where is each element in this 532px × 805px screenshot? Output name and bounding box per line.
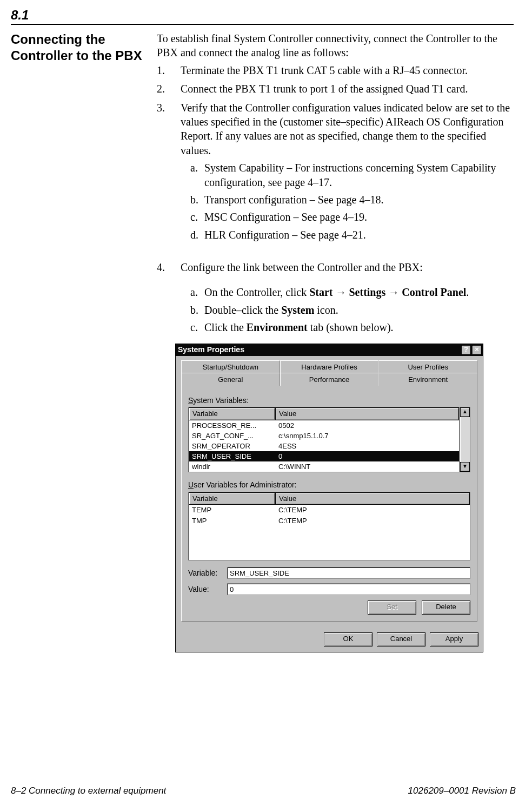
section-heading: Connecting the Controller to the PBX xyxy=(11,31,157,652)
step-3d-text: HLR Configuration – See page 4–21. xyxy=(204,228,514,242)
dialog-titlebar[interactable]: System Properties ? × xyxy=(176,344,483,356)
column-header-value[interactable]: Value xyxy=(275,492,470,505)
table-row[interactable]: windirC:\WINNT xyxy=(189,461,459,472)
table-row[interactable]: SR_AGT_CONF_...c:\snmp15.1.0.7 xyxy=(189,431,459,441)
scroll-down-icon[interactable]: ▼ xyxy=(460,462,470,472)
column-header-variable[interactable]: Variable xyxy=(189,407,275,420)
set-button[interactable]: Set xyxy=(368,601,416,615)
step-4a-text: On the Controller, click Start → Setting… xyxy=(204,285,514,299)
section-rule xyxy=(11,24,514,25)
table-row[interactable]: TEMPC:\TEMP xyxy=(189,505,470,516)
system-properties-dialog: System Properties ? × Startup/Shutdown H… xyxy=(175,344,483,652)
tab-environment[interactable]: Environment xyxy=(378,373,477,386)
step-3c-text: MSC Configuration – See page 4–19. xyxy=(204,210,514,224)
step-4b-text: Double–click the System icon. xyxy=(204,303,514,317)
ok-button[interactable]: OK xyxy=(324,632,373,646)
close-icon[interactable]: × xyxy=(472,345,482,355)
dialog-title: System Properties xyxy=(178,345,244,354)
variable-field-label: Variable: xyxy=(188,568,227,578)
column-header-value[interactable]: Value xyxy=(275,407,459,420)
user-variables-list[interactable]: Variable Value TEMPC:\TEMPTMPC:\TEMP xyxy=(188,492,470,560)
step-2-marker: 2. xyxy=(157,82,181,96)
table-row[interactable]: PROCESSOR_RE...0502 xyxy=(189,420,459,431)
step-3b-marker: b. xyxy=(181,193,204,207)
user-variables-label: User Variables for Administrator: xyxy=(188,480,470,490)
scroll-up-icon[interactable]: ▲ xyxy=(460,407,470,417)
table-row[interactable]: SRM_USER_SIDE0 xyxy=(189,451,459,461)
step-4c-text: Click the Environment tab (shown below). xyxy=(204,320,514,334)
tab-general[interactable]: General xyxy=(181,373,280,386)
step-4-text: Configure the link between the Controlle… xyxy=(181,261,423,273)
tab-startup-shutdown[interactable]: Startup/Shutdown xyxy=(181,360,280,373)
step-4c-marker: c. xyxy=(181,320,204,334)
system-variables-list[interactable]: Variable Value PROCESSOR_RE...0502SR_AGT… xyxy=(188,407,460,472)
value-input[interactable]: 0 xyxy=(227,583,470,595)
table-row[interactable]: SRM_OPERATOR4ESS xyxy=(189,441,459,451)
delete-button[interactable]: Delete xyxy=(422,601,470,615)
step-3c-marker: c. xyxy=(181,210,204,224)
cancel-button[interactable]: Cancel xyxy=(377,632,425,646)
tab-performance[interactable]: Performance xyxy=(280,373,379,386)
system-variables-scrollbar[interactable]: ▲ ▼ xyxy=(460,407,470,472)
step-3a-text: System Capability – For instructions con… xyxy=(204,161,514,189)
column-header-variable[interactable]: Variable xyxy=(189,492,275,505)
step-3d-marker: d. xyxy=(181,228,204,242)
value-field-label: Value: xyxy=(188,584,227,594)
system-variables-label: System Variables: xyxy=(188,395,470,405)
step-4-marker: 4. xyxy=(157,260,181,338)
tab-user-profiles[interactable]: User Profiles xyxy=(378,360,477,373)
step-1-marker: 1. xyxy=(157,63,181,77)
step-3-text: Verify that the Controller configuration… xyxy=(181,102,510,156)
step-4a-marker: a. xyxy=(181,285,204,299)
footer-left: 8–2 Connecting to external equipment xyxy=(11,786,166,796)
step-4b-marker: b. xyxy=(181,303,204,317)
help-icon[interactable]: ? xyxy=(461,345,471,355)
section-number: 8.1 xyxy=(11,8,514,23)
step-3-marker: 3. xyxy=(157,101,181,246)
variable-input[interactable]: SRM_USER_SIDE xyxy=(227,567,470,579)
table-row[interactable]: TMPC:\TEMP xyxy=(189,516,470,526)
apply-button[interactable]: Apply xyxy=(430,632,478,646)
step-3b-text: Transport configuration – See page 4–18. xyxy=(204,193,514,207)
intro-paragraph: To establish final System Controller con… xyxy=(157,31,514,60)
step-2-text: Connect the PBX T1 trunk to port 1 of th… xyxy=(181,82,514,96)
tab-hardware-profiles[interactable]: Hardware Profiles xyxy=(280,360,379,373)
step-1-text: Terminate the PBX T1 trunk CAT 5 cable w… xyxy=(181,63,514,77)
step-3a-marker: a. xyxy=(181,161,204,189)
footer-right: 1026209–0001 Revision B xyxy=(408,786,516,796)
